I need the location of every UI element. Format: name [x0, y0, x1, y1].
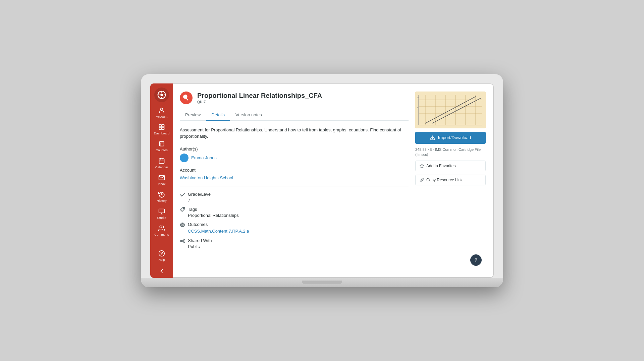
- svg-rect-11: [159, 142, 164, 146]
- content-area: Proportional Linear Relationships_CFA QU…: [173, 83, 494, 277]
- svg-point-22: [160, 226, 162, 228]
- svg-point-6: [161, 108, 163, 110]
- sidebar-item-history[interactable]: History: [150, 188, 173, 205]
- file-info: 248.83 kB · IMS Common Cartridge File (.…: [415, 147, 486, 158]
- resource-type-icon: [180, 92, 193, 104]
- help-fab-label: ?: [474, 257, 477, 263]
- section-divider: [180, 186, 409, 186]
- sidebar-item-account[interactable]: Account: [150, 104, 173, 121]
- sidebar-item-inbox[interactable]: Inbox: [150, 172, 173, 188]
- sidebar-item-help[interactable]: Help: [150, 247, 173, 264]
- tags-row: Tags Proportional Relationships: [180, 207, 409, 218]
- grade-level-row: Grade/Level 7: [180, 192, 409, 203]
- tags-label: Tags: [188, 207, 239, 212]
- tab-version-notes[interactable]: Version notes: [230, 110, 267, 121]
- svg-rect-14: [159, 159, 164, 163]
- svg-rect-20: [159, 209, 165, 213]
- outcomes-content: Outcomes CCSS.Math.Content.7.RP.A.2.a: [188, 222, 249, 234]
- tags-content: Tags Proportional Relationships: [188, 207, 239, 218]
- sidebar-studio-label: Studio: [157, 216, 166, 220]
- outcomes-label: Outcomes: [188, 222, 249, 227]
- checkmark-icon: [180, 192, 185, 197]
- sidebar-item-studio[interactable]: Studio: [150, 205, 173, 222]
- sidebar-item-commons[interactable]: Commons: [150, 222, 173, 239]
- shared-with-row: Shared With Public: [180, 238, 409, 249]
- sidebar-commons-label: Commons: [154, 233, 169, 236]
- tab-preview[interactable]: Preview: [180, 110, 206, 121]
- account-label: Account: [180, 168, 409, 173]
- svg-marker-56: [420, 164, 424, 168]
- authors-section: Author(s) Emma Jones: [180, 146, 409, 162]
- outcomes-icon: [180, 222, 185, 228]
- resource-description: Assessment for Proportional Relationship…: [180, 127, 409, 140]
- laptop-base: [141, 278, 503, 287]
- sidebar-item-dashboard[interactable]: Dashboard: [150, 121, 173, 138]
- sidebar-item-courses[interactable]: Courses: [150, 138, 173, 155]
- sidebar: Account Dashboard Courses: [150, 83, 173, 278]
- add-favorites-label: Add to Favorites: [426, 164, 455, 168]
- add-favorites-button[interactable]: Add to Favorites: [415, 161, 486, 171]
- account-name-link[interactable]: Washington Heights School: [180, 175, 233, 180]
- svg-rect-10: [162, 127, 164, 130]
- svg-point-1: [160, 94, 163, 96]
- copy-resource-link-button[interactable]: Copy Resource Link: [415, 175, 486, 185]
- outcomes-row: Outcomes CCSS.Math.Content.7.RP.A.2.a: [180, 222, 409, 234]
- resource-tabs: Preview Details Version notes: [180, 110, 409, 121]
- shared-with-value: Public: [188, 244, 212, 249]
- svg-rect-8: [162, 124, 164, 127]
- tag-icon: [180, 207, 185, 213]
- tab-details[interactable]: Details: [206, 110, 230, 121]
- import-button-label: Import/Download: [438, 135, 471, 140]
- authors-label: Author(s): [180, 146, 409, 152]
- right-panel: 21 1 Import/Download 24: [415, 92, 486, 268]
- sidebar-history-label: History: [157, 199, 167, 202]
- sidebar-calendar-label: Calendar: [155, 165, 168, 169]
- canvas-logo[interactable]: [154, 87, 169, 102]
- sidebar-item-calendar[interactable]: Calendar: [150, 155, 173, 172]
- tags-value: Proportional Relationships: [188, 213, 239, 218]
- sidebar-collapse-button[interactable]: [150, 264, 173, 278]
- resource-details: Proportional Linear Relationships_CFA QU…: [180, 92, 409, 268]
- resource-header: Proportional Linear Relationships_CFA QU…: [180, 92, 409, 104]
- shared-with-content: Shared With Public: [188, 238, 212, 249]
- outcomes-value-link[interactable]: CCSS.Math.Content.7.RP.A.2.a: [188, 229, 249, 234]
- main-content: Proportional Linear Relationships_CFA QU…: [173, 83, 494, 278]
- svg-point-28: [182, 224, 183, 226]
- account-section: Account Washington Heights School: [180, 168, 409, 181]
- sidebar-dashboard-label: Dashboard: [154, 131, 169, 135]
- help-fab-button[interactable]: ?: [470, 254, 482, 266]
- svg-line-37: [182, 241, 183, 242]
- screen: Account Dashboard Courses: [150, 83, 494, 278]
- sidebar-inbox-label: Inbox: [158, 182, 165, 186]
- resource-type-badge: QUIZ: [197, 100, 322, 104]
- grade-level-value: 7: [188, 198, 212, 203]
- import-download-button[interactable]: Import/Download: [415, 132, 486, 144]
- sidebar-account-label: Account: [156, 115, 167, 118]
- svg-rect-9: [159, 127, 162, 130]
- copy-link-label: Copy Resource Link: [426, 178, 463, 182]
- svg-rect-7: [159, 124, 162, 127]
- svg-line-36: [182, 240, 183, 241]
- resource-thumbnail: 21 1: [415, 92, 486, 128]
- svg-text:21: 21: [417, 97, 419, 99]
- grade-level-content: Grade/Level 7: [188, 192, 212, 203]
- resource-title-block: Proportional Linear Relationships_CFA QU…: [197, 92, 322, 104]
- grade-level-label: Grade/Level: [188, 192, 212, 197]
- svg-line-19: [162, 194, 163, 195]
- author-avatar: [180, 154, 189, 162]
- author-row: Emma Jones: [180, 154, 409, 162]
- resource-title: Proportional Linear Relationships_CFA: [197, 92, 322, 100]
- svg-point-26: [183, 208, 184, 209]
- laptop-frame: Account Dashboard Courses: [141, 74, 503, 287]
- share-icon: [180, 238, 185, 244]
- shared-with-label: Shared With: [188, 238, 212, 243]
- sidebar-courses-label: Courses: [156, 148, 167, 152]
- author-name-link[interactable]: Emma Jones: [191, 155, 217, 160]
- sidebar-help-label: Help: [158, 258, 165, 261]
